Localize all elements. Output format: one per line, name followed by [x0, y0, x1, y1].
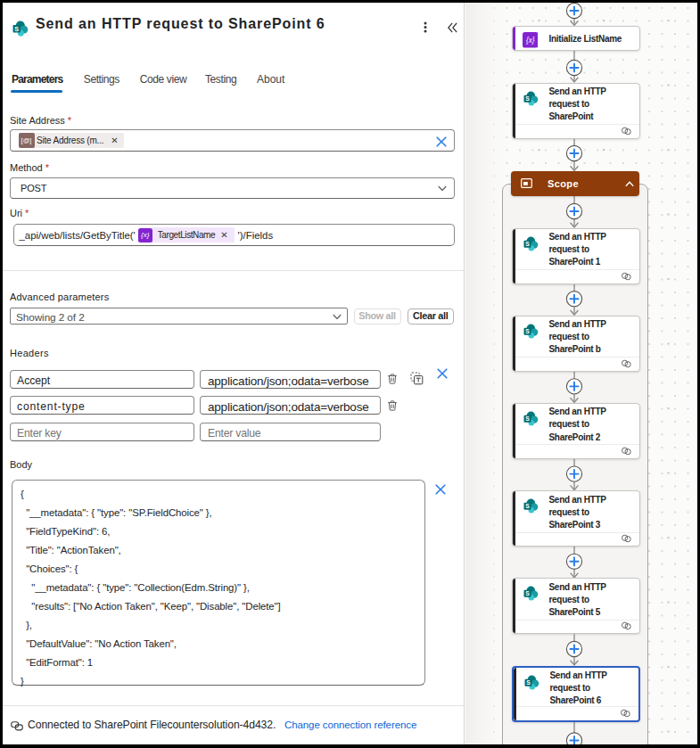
svg-text:S: S: [14, 25, 19, 33]
svg-text:S: S: [525, 503, 530, 509]
svg-text:S: S: [525, 241, 530, 247]
svg-text:S: S: [525, 95, 530, 102]
svg-text:S: S: [525, 591, 530, 597]
svg-text:S: S: [525, 415, 530, 422]
svg-text:S: S: [526, 679, 531, 686]
svg-text:S: S: [525, 328, 530, 334]
svg-text:{x}: {x}: [525, 37, 534, 45]
